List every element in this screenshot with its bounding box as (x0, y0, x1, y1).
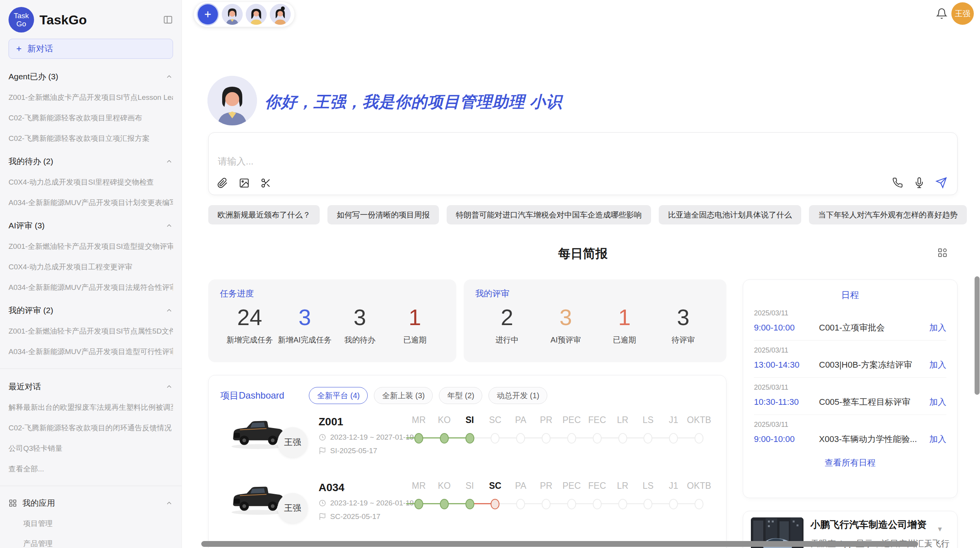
microphone-icon[interactable] (914, 177, 925, 188)
milestone-dot (440, 499, 449, 509)
schedule-date: 2025/03/11 (754, 346, 946, 354)
daily-briefing-title: 每日简报 (208, 245, 958, 262)
schedule-card: 日程 2025/03/11 9:00-10:00 C001-立项审批会 加入 2… (743, 279, 958, 498)
new-chat-button[interactable]: 新对话 (9, 39, 173, 59)
sidebar-task-item[interactable]: C0X4-动力总成开发项目SI里程碑提交物检查 (9, 177, 173, 187)
stat-item: 1 已逾期 (595, 304, 654, 345)
schedule-event-name: X003-车辆动力学性能验... (819, 433, 929, 445)
scroll-right-arrow[interactable]: ▶ (927, 540, 932, 548)
sidebar-item-my-apps[interactable]: 我的应用 (9, 498, 173, 509)
milestone-label: LS (642, 415, 653, 425)
app-title: TaskGo (39, 12, 158, 27)
sidebar-task-item[interactable]: C0X4-动力总成开发项目工程变更评审 (9, 262, 173, 272)
dashboard-tab[interactable]: 全新平台 (4) (309, 387, 368, 404)
section-title: 我的评审 (2) (9, 305, 53, 316)
suggestion-chips: 欧洲新规最近颁布了什么？如何写一份清晰的项目周报特朗普可能对进口汽车增税会对中国… (208, 205, 958, 224)
schedule-title: 日程 (754, 289, 946, 301)
stat-value: 3 (654, 304, 713, 330)
sidebar-recent-chat-item[interactable]: 解释最新出台的欧盟报废车法规再生塑料比例被调至15%... (9, 402, 173, 413)
vertical-scrollbar-thumb[interactable] (975, 276, 980, 395)
my-apps-label: 我的应用 (22, 498, 160, 509)
sidebar-task-item[interactable]: A034-全新新能源MUV产品开发项目计划变更表编写 (9, 198, 173, 208)
sidebar-task-item[interactable]: Z001-全新燃油轻卡产品开发项目SI节点属性5D文件评审 (9, 326, 173, 336)
sidebar-task-item[interactable]: A034-全新新能源MUV产品开发项目法规符合性评审 (9, 283, 173, 293)
section-title: AI评审 (3) (9, 220, 45, 231)
stat-label: 新增AI完成任务 (277, 335, 332, 345)
suggestion-chip[interactable]: 欧洲新规最近颁布了什么？ (208, 205, 320, 224)
join-meeting-link[interactable]: 加入 (929, 433, 946, 445)
milestone-label: PR (540, 481, 552, 491)
stat-item: 3 AI预评审 (536, 304, 595, 345)
sidebar-task-item[interactable]: A034-全新新能源MUV产品开发项目造型可行性评审 (9, 347, 173, 357)
sidebar-task-item[interactable]: Z001-全新燃油轻卡产品开发项目SI造型提交物评审 (9, 241, 173, 252)
dashboard-tab[interactable]: 年型 (2) (439, 387, 482, 404)
view-all-schedule-link[interactable]: 查看所有日程 (754, 457, 946, 469)
milestone-label: SI (466, 481, 474, 491)
logo-text-top: Task (14, 12, 29, 20)
milestone-dot (567, 433, 576, 444)
stat-value: 2 (478, 304, 536, 330)
horizontal-scrollbar-thumb[interactable] (201, 541, 918, 547)
sidebar-recent-chat-item[interactable]: 公司Q3轻卡销量 (9, 444, 173, 454)
stat-value: 3 (277, 304, 332, 330)
section-header[interactable]: 最近对话 (9, 381, 173, 392)
new-session-button[interactable] (198, 4, 218, 24)
assistant-avatar-2[interactable] (246, 4, 267, 25)
assistant-avatar-1[interactable] (222, 4, 243, 25)
user-avatar-badge[interactable]: 王强 (951, 2, 974, 25)
project-row[interactable]: 王强 A034 2023-12-19 ~ 2026-01-19 SC-2025-… (220, 474, 714, 536)
stat-label: 新增完成任务 (222, 335, 277, 345)
milestone-dot (695, 433, 704, 444)
section-title: Agent已办 (3) (9, 71, 58, 82)
section-header[interactable]: 我的评审 (2) (9, 305, 173, 316)
suggestion-chip[interactable]: 特朗普可能对进口汽车增税会对中国车企造成哪些影响 (447, 205, 651, 224)
join-meeting-link[interactable]: 加入 (929, 396, 946, 408)
notifications-bell-icon[interactable] (936, 8, 947, 19)
scroll-down-arrow[interactable]: ▼ (937, 526, 943, 533)
join-meeting-link[interactable]: 加入 (929, 359, 946, 371)
stat-value: 3 (536, 304, 595, 330)
sidebar-recent-chat-item[interactable]: 查看全部... (9, 464, 173, 474)
milestone-label: FEC (588, 415, 606, 425)
section-header[interactable]: 我的待办 (2) (9, 156, 173, 167)
sidebar-task-item[interactable]: C02-飞腾新能源轻客改款项目里程碑画布 (9, 113, 173, 123)
sidebar-app-item[interactable]: 项目管理 (23, 519, 173, 529)
project-info: A034 2023-12-19 ~ 2026-01-19 SC-2025-05-… (319, 481, 414, 521)
sidebar-task-item[interactable]: Z001-全新燃油皮卡产品开发项目SI节点Lesson Learn报告 (9, 92, 173, 103)
milestone-dot (669, 433, 678, 444)
milestone-timeline: MRKOSISCPAPRPECFECLRLSJ1OKTB (406, 415, 712, 461)
milestone-dot (695, 499, 704, 509)
dashboard-tab[interactable]: 全新上装 (3) (374, 387, 433, 404)
join-meeting-link[interactable]: 加入 (929, 322, 946, 334)
message-input[interactable] (217, 154, 877, 181)
screenshot-scissors-icon[interactable] (260, 178, 271, 188)
milestone-label: PR (540, 415, 552, 425)
dashboard-tab[interactable]: 动总开发 (1) (488, 387, 547, 404)
chevron-up-icon (165, 222, 173, 229)
suggestion-chip[interactable]: 比亚迪全固态电池计划具体说了什么 (659, 205, 801, 224)
suggestion-chip[interactable]: 如何写一份清晰的项目周报 (327, 205, 439, 224)
suggestion-chip[interactable]: 当下年轻人对汽车外观有怎样的喜好趋势 (809, 205, 967, 224)
voice-call-icon[interactable] (892, 177, 903, 188)
sidebar-recent-chat-item[interactable]: C02-飞腾新能源轻客改款项目的闭环通告反馈情况 (9, 423, 173, 433)
schedule-date: 2025/03/11 (754, 421, 946, 429)
section-my-review: 我的评审 (2) Z001-全新燃油轻卡产品开发项目SI节点属性5D文件评审A0… (9, 305, 173, 357)
milestone-dot (618, 499, 627, 509)
assistant-avatar-3[interactable] (270, 4, 291, 25)
sidebar-collapse-icon[interactable] (163, 15, 173, 25)
attachment-icon[interactable] (217, 178, 228, 188)
image-upload-icon[interactable] (239, 178, 250, 188)
apps-grid-icon (9, 499, 17, 507)
sidebar-task-item[interactable]: C02-飞腾新能源轻客改款项目立项汇报方案 (9, 134, 173, 144)
milestone-label: PA (515, 481, 526, 491)
sidebar-header: Task Go TaskGo (9, 5, 173, 34)
briefing-layout-icon[interactable] (937, 247, 948, 259)
section-header[interactable]: Agent已办 (3) (9, 71, 173, 82)
section-header[interactable]: AI评审 (3) (9, 220, 173, 231)
send-icon[interactable] (935, 177, 947, 188)
flag-icon (319, 447, 326, 455)
milestone-dot (465, 499, 474, 509)
sidebar-app-item[interactable]: 产品管理 (23, 539, 173, 548)
milestone-label: PEC (562, 481, 581, 491)
project-row[interactable]: 王强 Z001 2023-12-19 ~ 2027-01-19 SI-2025-… (220, 409, 714, 470)
